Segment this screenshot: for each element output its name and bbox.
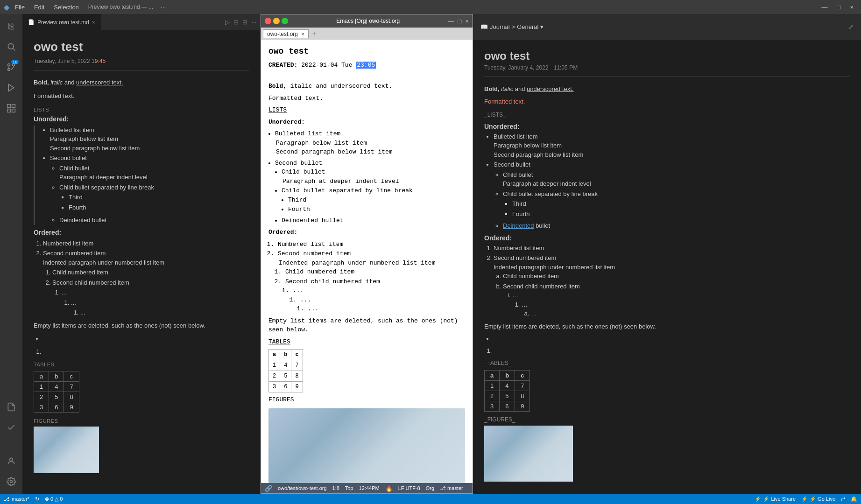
vscode-tab-bar: 📄 Preview owo test.md × ▷ ⊟ ⊞ ··· [22,14,260,30]
notes-icon[interactable] [3,399,20,415]
general-label: General [517,23,538,30]
emacs-min-icon[interactable] [273,18,280,24]
preview-tab[interactable]: 📄 Preview owo test.md × [22,14,101,30]
emacs-window-title: Emacs [Org] owo-test.org [291,18,445,24]
bell-icon[interactable]: 🔔 [851,496,857,502]
emacs-tab-bar: owo-test.org × + [261,28,473,40]
sync-status[interactable]: ↻ [35,496,39,502]
vscode-preview-panel: 📄 Preview owo test.md × ▷ ⊟ ⊞ ··· owo te… [22,14,261,494]
notes-unordered-list: Bulleted list item Paragraph below list … [484,132,850,231]
list-item: Second child numbered item ... ... ... [52,278,249,317]
notes-panel: 📖 Journal > General ▾ ⤢ owo test Tuesday… [473,14,861,494]
settings-icon[interactable] [3,473,20,490]
list-item: Second child numbered item ... ... ... [285,277,465,314]
list-item: Second numbered item Indented paragraph … [43,249,249,317]
todo-icon[interactable] [3,419,20,436]
tab-icon: 📄 [28,19,35,25]
more-menu[interactable]: ··· [159,3,168,12]
extensions-icon[interactable] [3,100,20,117]
emacs-window-close[interactable]: × [465,18,469,25]
explorer-icon[interactable]: ⎘ [3,18,20,35]
notes-empty-text: Empty list items are deleted, such as th… [484,322,850,332]
emacs-formatted: Formatted text. [268,94,465,103]
table-header: a [34,371,49,382]
notes-table: abc 147 258 369 [484,370,530,412]
chevron-down-icon[interactable]: ▾ [540,23,543,30]
table-row: 258 [269,371,303,382]
branch-status[interactable]: ⎇ master* [4,496,29,502]
emacs-bold-line: Bold, italic and underscored text. [268,82,465,91]
preview-menu[interactable]: Preview owo test.md — ... [85,3,157,11]
list-item: Bulleted list item Paragraph below list … [50,126,249,153]
emacs-table: abc 147 258 369 [268,349,303,392]
emacs-lists-label: LISTS [268,105,465,115]
emacs-position: 1:8 [332,485,339,491]
tab-close[interactable]: × [92,19,95,26]
emacs-unordered-label: Unordered: [268,118,465,127]
emacs-scroll: Top [345,485,353,491]
svg-rect-9 [12,109,15,112]
list-item: Bulleted list item Paragraph below list … [494,132,850,160]
toolbar-grid-icon[interactable]: ⊞ [242,19,247,26]
notes-figures-section: _FIGURES_ [484,416,850,423]
warnings-status[interactable]: ⊗ 0 △ 0 [45,496,63,502]
file-menu[interactable]: File [11,3,28,12]
list-item: Numbered list item [43,239,249,248]
list-item: Second bullet Child bullet Paragraph at … [275,159,465,225]
emacs-window-minimize[interactable]: — [448,18,454,25]
go-live-status[interactable]: ⚡ ⚡ Go Live [801,496,835,502]
account-icon[interactable] [3,453,20,469]
emacs-tab-owo-test[interactable]: owo-test.org × [263,29,309,38]
branch-icon: ⎇ [4,496,10,502]
svg-point-10 [10,458,13,461]
breadcrumb-arrow: > [512,23,515,30]
emacs-filepath: owo/test/owo-test.org [278,485,327,491]
expand-icon[interactable]: ⤢ [848,23,854,30]
list-item: ... ... ... [62,288,249,317]
emacs-created: CREATED: 2022-01-04 Tue 23:05 [268,61,465,70]
svg-point-11 [10,481,13,483]
source-control-icon[interactable]: 16 [3,59,20,76]
table-row: 258 [34,392,79,402]
window-close[interactable]: × [846,3,857,12]
table-header: c [64,371,79,382]
selection-menu[interactable]: Selection [50,3,82,12]
go-live-icon: ⚡ [801,496,808,502]
toolbar-more-icon[interactable]: ··· [251,19,256,26]
notes-date: Tuesday, January 4, 2022 11:05 PM [484,64,850,77]
emacs-tables-label: TABLES [268,337,465,347]
toolbar-play-icon[interactable]: ▷ [225,19,230,26]
unordered-heading: Unordered: [34,115,249,123]
emacs-new-tab[interactable]: + [310,29,319,38]
window-maximize[interactable]: □ [833,3,845,12]
edit-menu[interactable]: Edit [30,3,48,12]
list-item: Third [288,196,465,205]
live-share-status[interactable]: ⚡ ⚡ Live Share [755,496,796,502]
list-item: Numbered list item [278,240,465,249]
top-menubar: ◆ File Edit Selection Preview owo test.m… [0,0,861,14]
emacs-window-maximize[interactable]: □ [458,18,462,25]
window-minimize[interactable]: — [818,3,832,12]
list-item: Second child numbered item … … … [503,282,850,318]
app-icon: ◆ [4,3,9,12]
list-item: Child numbered item [285,267,465,277]
list-item: ... ... ... [293,286,465,314]
table-row: 147 [269,360,303,371]
toolbar-split-icon[interactable]: ⊟ [233,19,239,26]
emacs-branch: ⎇ master [440,485,463,491]
data-table: a b c 147 258 369 [34,371,79,413]
list-item [43,347,249,357]
table-row: 147 [485,381,530,391]
list-item: ... [308,304,465,314]
notes-title: owo test [484,49,850,63]
ports-icon[interactable]: ⇄ [841,496,845,502]
emacs-title: owo test [268,45,465,58]
emacs-close-icon[interactable] [265,18,271,24]
svg-rect-7 [12,105,15,108]
emacs-max-icon[interactable] [282,18,288,24]
notes-ordered-list: Numbered list item Second numbered item … [484,244,850,318]
list-item: ... ... [300,295,465,314]
search-icon[interactable] [3,38,20,55]
run-icon[interactable] [3,79,20,96]
emacs-tab-close[interactable]: × [301,31,304,37]
